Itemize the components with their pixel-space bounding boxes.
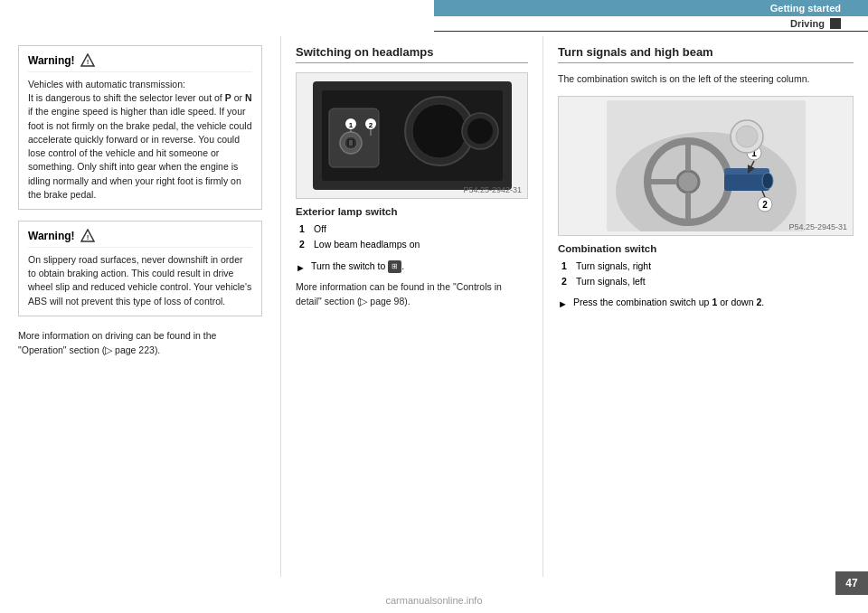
switching-headlamps-title: Switching on headlamps [296, 45, 528, 63]
mid-more-info: More information can be found in the "Co… [296, 280, 528, 309]
svg-text:2: 2 [762, 200, 768, 210]
turn-signal-image: 1 2 P54.25-2945-31 [558, 96, 854, 236]
middle-column: Switching on headlamps 1 2 [280, 36, 542, 577]
driving-label: Driving [790, 18, 825, 29]
action-arrow-2-icon: ► [558, 297, 568, 312]
svg-text:!: ! [86, 58, 89, 66]
press-combo-action: ► Press the combination switch up 1 or d… [558, 296, 854, 312]
header-getting-started: Getting started [434, 0, 868, 16]
turn-image-label: P54.25-2945-31 [788, 222, 847, 231]
warning-text-2: On slippery road surfaces, never downshi… [28, 253, 252, 308]
turn-signals-title: Turn signals and high beam [558, 45, 854, 63]
exterior-lamp-label: Exterior lamp switch [296, 206, 528, 217]
svg-point-32 [762, 173, 773, 189]
getting-started-label: Getting started [770, 3, 841, 14]
warning-header-2: Warning! ! [28, 229, 252, 248]
turn-switch-action: ► Turn the switch to ⊞. [296, 259, 528, 276]
svg-text:2: 2 [368, 121, 373, 129]
warning-triangle-icon-2: ! [80, 229, 95, 243]
left-column: Warning! ! Vehicles with automatic trans… [0, 36, 280, 577]
warning-box-2: Warning! ! On slippery road surfaces, ne… [18, 221, 262, 316]
list-item: 1 Off [299, 222, 528, 237]
exterior-lamp-list: 1 Off 2 Low beam headlamps on [299, 222, 528, 252]
warning-box-1: Warning! ! Vehicles with automatic trans… [18, 45, 262, 210]
svg-point-40 [736, 126, 758, 147]
list-item: 2 Turn signals, left [561, 274, 854, 289]
svg-text:!: ! [86, 233, 89, 241]
switch-mode-icon: ⊞ [388, 260, 401, 273]
main-content: Warning! ! Vehicles with automatic trans… [0, 36, 868, 577]
svg-point-9 [467, 118, 493, 144]
watermark: carmanualsonline.info [385, 595, 482, 606]
driving-square-icon [830, 18, 841, 29]
warning-header-1: Warning! ! [28, 53, 252, 72]
svg-text:1: 1 [348, 121, 353, 129]
header: Getting started Driving [434, 0, 868, 25]
svg-point-7 [412, 104, 467, 158]
warning-label-1: Warning! [28, 54, 75, 67]
turn-signal-svg: 1 2 [607, 100, 806, 231]
list-item: 1 Turn signals, right [561, 259, 854, 274]
list-item: 2 Low beam headlamps on [299, 237, 528, 252]
left-more-info: More information on driving can be found… [18, 329, 262, 358]
combo-switch-label: Combination switch [558, 243, 854, 254]
warning-label-2: Warning! [28, 230, 75, 242]
combo-switch-list: 1 Turn signals, right 2 Turn signals, le… [561, 259, 854, 289]
headlamp-svg: 1 2 [313, 81, 512, 190]
lamp-image-label: P54.25-2942-31 [463, 185, 522, 194]
headlamp-image: 1 2 P54.25-2942-31 [296, 72, 528, 199]
warning-triangle-icon-1: ! [80, 53, 95, 68]
header-driving: Driving [434, 16, 868, 32]
action-arrow-icon: ► [296, 260, 306, 276]
right-column: Turn signals and high beam The combinati… [542, 36, 868, 577]
warning-text-1: Vehicles with automatic transmission: It… [28, 78, 252, 202]
turn-signals-intro: The combination switch is on the left of… [558, 72, 854, 87]
svg-point-26 [677, 171, 699, 193]
